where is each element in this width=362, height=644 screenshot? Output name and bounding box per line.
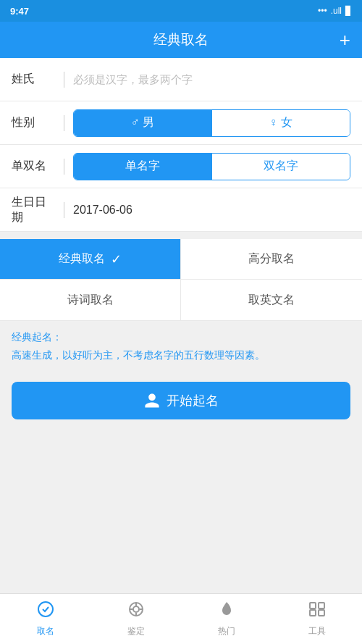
status-icons: ••• .ull ▊ <box>318 6 352 16</box>
header-title: 经典取名 <box>153 30 209 49</box>
gender-divider <box>64 115 64 131</box>
category-classic[interactable]: 经典取名 ✓ <box>0 239 181 280</box>
birthdate-value[interactable]: 2017-06-06 <box>73 204 132 217</box>
category-grid: 经典取名 ✓ 高分取名 诗词取名 取英文名 <box>0 239 362 321</box>
gender-male-button[interactable]: ♂ 男 <box>74 110 212 136</box>
nav-tools-icon <box>308 601 326 622</box>
name-type-row: 单双名 单名字 双名字 <box>0 145 362 188</box>
nav-appraise-label: 鉴定 <box>127 625 145 637</box>
start-button[interactable]: 开始起名 <box>12 382 350 419</box>
gender-label: 性别 <box>12 115 55 130</box>
header: 经典取名 + <box>0 22 362 58</box>
svg-rect-8 <box>319 603 324 609</box>
category-classic-label: 经典取名 <box>59 251 105 267</box>
nav-hot-label: 热门 <box>218 625 235 637</box>
category-poetry[interactable]: 诗词取名 <box>0 280 181 320</box>
description-text: 高速生成，以好听为主，不考虑名字的五行数理等因素。 <box>12 347 350 363</box>
section-divider-1 <box>0 232 362 239</box>
bottom-nav: 取名 鉴定 热门 <box>0 593 362 644</box>
gender-row: 性别 ♂ 男 ♀ 女 <box>0 101 362 145</box>
gender-female-button[interactable]: ♀ 女 <box>212 110 350 136</box>
start-button-label: 开始起名 <box>167 392 219 409</box>
signal-bars-icon: .ull <box>331 6 342 16</box>
battery-icon: ▊ <box>345 6 352 16</box>
single-name-button[interactable]: 单名字 <box>74 154 212 180</box>
nav-appraise-icon <box>127 601 145 622</box>
birthdate-row: 生日日期 2017-06-06 <box>0 188 362 232</box>
birthdate-label: 生日日期 <box>12 195 55 225</box>
nav-naming-label: 取名 <box>37 625 54 637</box>
nav-naming-icon <box>37 601 54 622</box>
category-highscore-label: 高分取名 <box>248 251 295 267</box>
person-icon <box>143 392 161 409</box>
nav-hot-icon <box>218 601 235 622</box>
surname-label: 姓氏 <box>12 72 55 87</box>
category-english[interactable]: 取英文名 <box>181 280 362 320</box>
svg-rect-7 <box>310 603 316 609</box>
form-area: 姓氏 性别 ♂ 男 ♀ 女 单双名 单名字 双名字 生日日期 2017-06-0… <box>0 58 362 232</box>
nav-tools[interactable]: 工具 <box>272 594 362 644</box>
check-icon: ✓ <box>111 251 122 267</box>
description-title: 经典起名： <box>12 331 350 344</box>
surname-divider <box>64 72 64 88</box>
double-name-button[interactable]: 双名字 <box>212 154 350 180</box>
nav-tools-label: 工具 <box>308 625 326 637</box>
svg-rect-10 <box>319 610 324 616</box>
status-time: 9:47 <box>10 6 29 17</box>
birthdate-divider <box>64 202 64 218</box>
start-button-area: 开始起名 <box>0 370 362 431</box>
status-bar: 9:47 ••• .ull ▊ <box>0 0 362 22</box>
add-button[interactable]: + <box>340 29 350 51</box>
nav-appraise[interactable]: 鉴定 <box>90 594 181 644</box>
nav-naming[interactable]: 取名 <box>0 594 90 644</box>
name-type-divider <box>64 159 64 175</box>
svg-rect-9 <box>310 610 316 616</box>
category-highscore[interactable]: 高分取名 <box>181 239 362 280</box>
nav-hot[interactable]: 热门 <box>181 594 272 644</box>
name-type-label: 单双名 <box>12 159 55 174</box>
description-area: 经典起名： 高速生成，以好听为主，不考虑名字的五行数理等因素。 <box>0 321 362 370</box>
surname-row: 姓氏 <box>0 58 362 101</box>
svg-point-0 <box>38 602 53 616</box>
category-english-label: 取英文名 <box>248 293 295 308</box>
signal-dots-icon: ••• <box>318 6 327 16</box>
category-poetry-label: 诗词取名 <box>67 293 114 308</box>
gender-toggle: ♂ 男 ♀ 女 <box>73 109 350 137</box>
surname-input[interactable] <box>73 73 350 85</box>
name-type-toggle: 单名字 双名字 <box>73 153 350 180</box>
svg-point-2 <box>133 606 139 612</box>
